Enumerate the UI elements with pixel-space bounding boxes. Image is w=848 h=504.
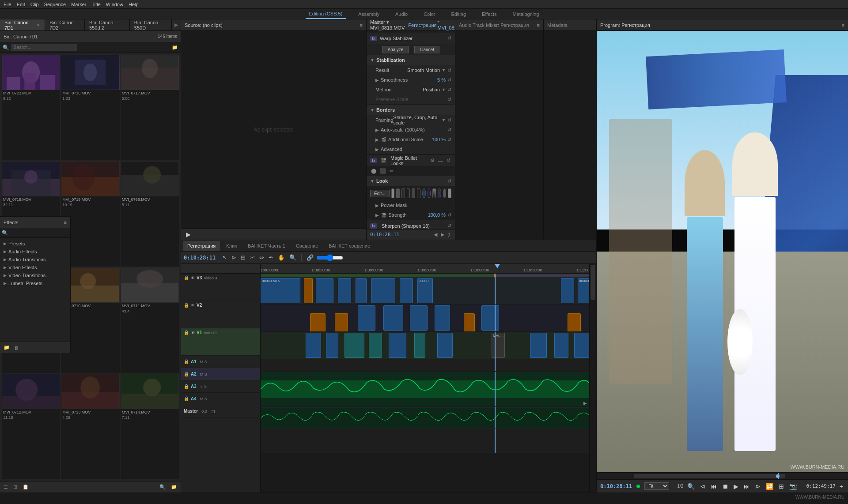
clip-v1-8[interactable]: MVI_0... [492, 333, 505, 358]
look-swatch-1[interactable] [391, 188, 395, 198]
look-circle-btn[interactable]: ⬤ [370, 168, 377, 174]
master-menu-btn[interactable]: ⊐ [211, 408, 215, 414]
pen-btn[interactable]: ✒ [267, 254, 275, 261]
list-view-btn[interactable]: ☰ [3, 484, 9, 490]
clip-v1-9[interactable] [530, 333, 547, 358]
eye-icon-v3[interactable]: 👁 [191, 276, 195, 280]
menu-item-window[interactable]: Window [106, 2, 123, 7]
safe-margins-btn[interactable]: ⊞ [777, 483, 785, 490]
icon-view-btn[interactable]: ⊞ [12, 484, 18, 490]
play-out-btn[interactable]: ⊳ [754, 483, 762, 490]
add-scale-reset[interactable]: ↺ [447, 137, 451, 143]
new-folder-btn[interactable]: 📁 [170, 484, 178, 490]
delete-custom-item-btn[interactable]: 🗑 [13, 345, 20, 350]
effects-item-audio-transitions[interactable]: ▶ Audio Transitions [0, 256, 70, 263]
ec-export-btn[interactable]: ⤴ [447, 232, 451, 237]
clip-v1-3[interactable] [344, 333, 364, 358]
clip-v1-11[interactable] [574, 333, 589, 358]
zoom-slider-tl[interactable] [317, 254, 343, 261]
magic-bullet-header[interactable]: fx 🎬 Magic Bullet Looks ⚙ — ↺ [367, 155, 455, 166]
lock-icon-v1[interactable]: 🔒 [184, 330, 189, 335]
lock-icon-a2[interactable]: 🔒 [184, 372, 189, 376]
clip-v2-2[interactable] [335, 313, 348, 332]
clip-v3-6[interactable] [371, 278, 395, 303]
tab-effects[interactable]: Effects [478, 9, 500, 19]
list-item[interactable]: MVI_0717.MOV 6:00 [121, 55, 179, 160]
clip-v2-5[interactable] [410, 305, 428, 331]
source-play-btn[interactable]: ▶ [185, 231, 192, 238]
bin-tab-550d[interactable]: Bin: Canon 550D [130, 19, 172, 30]
mb-reset-btn[interactable]: ↺ [446, 158, 451, 163]
tab-editing-css[interactable]: Editing (CSS.5) [306, 9, 346, 19]
clip-v3-4[interactable] [338, 278, 351, 303]
menu-item-marker[interactable]: Marker [71, 2, 86, 7]
list-item[interactable]: MVI_0711.MOV 4:04 [121, 267, 179, 373]
framing-reset[interactable]: ↺ [447, 117, 451, 123]
warp-reset[interactable]: ↺ [447, 35, 451, 41]
hand-btn[interactable]: ✋ [276, 254, 286, 261]
clip-v3-9[interactable] [561, 278, 574, 303]
method-reset[interactable]: ↺ [447, 87, 451, 93]
look-swatch-11[interactable] [443, 188, 447, 198]
edit-looks-btn[interactable]: Edit... [370, 190, 390, 197]
ec-clip-link[interactable]: Регистрация [408, 23, 436, 28]
ripple-btn[interactable]: ⊳ [230, 254, 238, 261]
look-swatch-5[interactable] [412, 188, 415, 198]
tl-tab-svedenie[interactable]: Сведение [292, 241, 322, 251]
clip-v3-8[interactable]: 00000 [417, 278, 433, 303]
step-back-btn[interactable]: ⏮ [709, 483, 718, 490]
clip-v1-4[interactable] [369, 333, 382, 358]
look-square-btn[interactable]: ⬛ [379, 168, 387, 174]
sharpen-reset[interactable]: ↺ [447, 223, 451, 229]
tab-editing[interactable]: Editing [447, 9, 469, 19]
tl-tab-registraciya[interactable]: Регистрация [183, 241, 220, 251]
clip-v3-3[interactable] [316, 278, 333, 303]
lock-icon-a3[interactable]: 🔒 [184, 384, 189, 389]
look-section-header[interactable]: ▼ Look ↺ [367, 176, 455, 186]
lock-icon-a4[interactable]: 🔒 [184, 396, 189, 401]
clip-v1-1[interactable] [306, 333, 321, 358]
framing-dropdown[interactable]: Stabilize, Crop, Auto-scale ▼ [393, 115, 446, 125]
search-input[interactable] [11, 44, 77, 51]
stabilization-header[interactable]: ▼ Stabilization [367, 55, 455, 65]
lock-icon-v2[interactable]: 🔒 [184, 303, 189, 308]
result-reset[interactable]: ↺ [447, 68, 451, 73]
look-swatch-9[interactable] [432, 188, 436, 198]
clip-v3-1[interactable]: 00000.MTS [261, 278, 300, 303]
effects-item-video-effects[interactable]: ▶ Video Effects [0, 263, 70, 271]
look-swatch-3[interactable] [401, 188, 405, 198]
slip-btn[interactable]: ⇔ [258, 254, 265, 261]
bin-tab-7d2[interactable]: Bin: Canon 7D2 [45, 19, 85, 30]
clip-v2-1[interactable] [310, 313, 326, 332]
new-custom-bin-btn[interactable]: 📁 [3, 345, 11, 350]
list-item[interactable]: MVI_0712.MOV 11:18 [2, 374, 60, 479]
effects-search-input[interactable] [10, 230, 68, 235]
zoom-fit-btn[interactable]: 🔍 [686, 483, 696, 490]
program-menu-icon[interactable]: ≡ [842, 23, 844, 28]
effects-item-lumetri[interactable]: ▶ Lumetri Presets [0, 279, 70, 287]
clip-v2-7[interactable] [464, 313, 475, 332]
clip-v3-10[interactable]: 00000 [578, 278, 589, 303]
menu-item-edit[interactable]: Edit [17, 2, 25, 7]
clip-v2-3[interactable] [358, 305, 375, 331]
look-swatch-7[interactable] [422, 188, 426, 198]
look-swatch-6[interactable] [417, 188, 420, 198]
atm-menu[interactable]: ≡ [537, 23, 540, 28]
ec-next-btn[interactable]: ▶ [440, 232, 445, 237]
tab-assembly[interactable]: Assembly [355, 9, 383, 19]
effects-item-video-transitions[interactable]: ▶ Video Transitions [0, 271, 70, 279]
eye-icon-v1[interactable]: 👁 [191, 331, 195, 335]
analyze-button[interactable]: Analyze [382, 46, 409, 53]
list-item[interactable]: MVI_0713.MOV 4:06 [61, 374, 119, 479]
add-marker-btn[interactable]: + [838, 483, 844, 490]
mb-settings-btn[interactable]: ⚙ [429, 158, 435, 163]
list-item[interactable]: MVI_0714.MOV 7:11 [121, 374, 179, 479]
sharpen-header[interactable]: fx Sharpen (Sharpen 13) ↺ [367, 220, 455, 229]
playhead-dot[interactable] [776, 474, 780, 478]
fit-dropdown[interactable]: Fit 25% 50% 100% [644, 482, 669, 490]
step-fwd-btn[interactable]: ⏭ [742, 483, 751, 490]
razor-btn[interactable]: ✂ [249, 254, 256, 261]
look-swatch-12[interactable] [448, 188, 451, 198]
bin-tab-close-7d1[interactable]: ✕ [37, 23, 40, 27]
source-menu-icon[interactable]: ≡ [360, 23, 363, 28]
